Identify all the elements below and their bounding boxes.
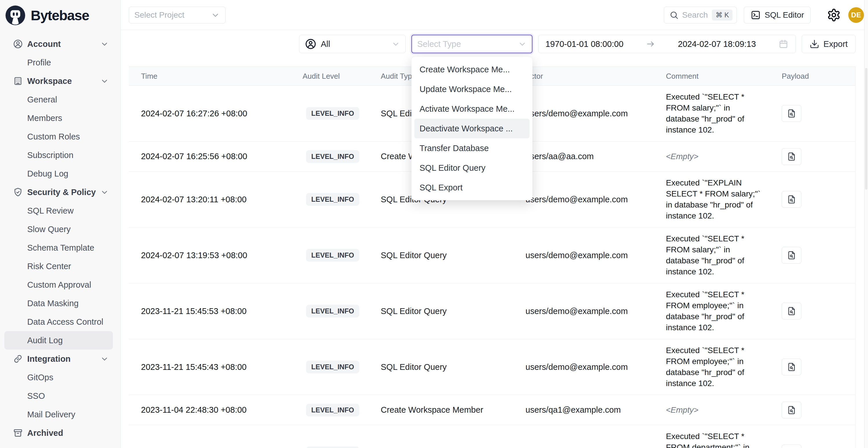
row-actor: users/qa1@example.com: [526, 405, 666, 415]
sidebar-section-account[interactable]: Account: [0, 35, 120, 53]
row-audit-type: SQL Editor Query: [381, 307, 526, 316]
user-avatar[interactable]: DE: [848, 7, 864, 23]
file-search-icon: [787, 306, 797, 316]
row-time: 2023-11-21 15:45:43 +08:00: [129, 362, 303, 372]
row-audit-level: LEVEL_INFO: [303, 193, 381, 206]
row-comment: <Empty>: [666, 151, 764, 162]
type-option-deactivate-workspace[interactable]: Deactivate Workspace ...: [414, 119, 530, 138]
sidebar-section-integration[interactable]: Integration: [0, 350, 120, 368]
sidebar-section-label: Account: [27, 39, 61, 49]
sidebar-item-custom-roles[interactable]: Custom Roles: [0, 127, 120, 146]
row-comment: <Empty>: [666, 405, 764, 416]
row-audit-type: SQL Editor Query: [381, 362, 526, 372]
search-label: Search: [682, 10, 708, 20]
payload-view-button[interactable]: [782, 445, 801, 448]
shield-check-icon: [13, 187, 23, 197]
payload-view-button[interactable]: [782, 191, 801, 208]
sidebar-item-custom-approval[interactable]: Custom Approval: [0, 276, 120, 294]
export-button[interactable]: Export: [802, 35, 856, 53]
row-comment: Executed `"SELECT * FROM employee;"` in …: [666, 345, 764, 389]
payload-view-button[interactable]: [782, 402, 801, 418]
audit-log-row: 2023-11-04 21:26:34 +08:00LEVEL_INFOSQL …: [129, 425, 855, 448]
type-filter-select[interactable]: Select Type: [411, 35, 532, 53]
settings-gear-icon[interactable]: [827, 8, 841, 22]
search-icon: [670, 10, 679, 20]
chevron-down-icon: [100, 77, 109, 85]
file-search-icon: [787, 362, 797, 372]
payload-view-button[interactable]: [782, 247, 801, 264]
topbar: Select Project Search ⌘ K SQL Editor DE: [121, 0, 868, 30]
date-range-picker[interactable]: 1970-01-01 08:00:00 2024-02-07 18:09:13: [538, 35, 796, 53]
scrollbar-thumb[interactable]: [865, 68, 867, 190]
sidebar-item-subscription[interactable]: Subscription: [0, 146, 120, 164]
sidebar-section-label: Security & Policy: [27, 188, 96, 197]
download-icon: [809, 39, 819, 49]
sidebar-item-slow-query[interactable]: Slow Query: [0, 220, 120, 238]
type-filter-placeholder: Select Type: [417, 39, 461, 49]
payload-view-button[interactable]: [782, 359, 801, 375]
search-shortcut-badge: ⌘ K: [712, 9, 733, 21]
main-area: Select Project Search ⌘ K SQL Editor DE …: [121, 0, 868, 448]
chevron-down-icon: [100, 188, 109, 196]
column-header-time: Time: [129, 72, 303, 81]
type-option-activate-workspace-me[interactable]: Activate Workspace Me...: [414, 99, 530, 119]
sidebar-section-label: Integration: [27, 354, 71, 364]
level-badge: LEVEL_INFO: [306, 447, 359, 448]
gear-icon: [827, 8, 841, 22]
sidebar-item-schema-template[interactable]: Schema Template: [0, 238, 120, 257]
file-search-icon: [787, 250, 797, 260]
type-option-create-workspace-me[interactable]: Create Workspace Me...: [414, 60, 530, 79]
actor-filter-value: All: [321, 39, 330, 49]
level-badge: LEVEL_INFO: [306, 193, 359, 206]
row-comment: Executed `"SELECT * FROM salary;"` in da…: [666, 91, 764, 135]
scrollbar-track[interactable]: [864, 0, 868, 448]
payload-view-button[interactable]: [782, 148, 801, 165]
payload-view-button[interactable]: [782, 303, 801, 320]
column-header-comment: Comment: [666, 72, 782, 81]
sidebar-item-gitops[interactable]: GitOps: [0, 368, 120, 387]
brand-name: Bytebase: [31, 7, 89, 24]
sidebar-item-sso[interactable]: SSO: [0, 387, 120, 405]
column-header-audit-level: Audit Level: [303, 72, 381, 81]
sidebar-item-sql-review[interactable]: SQL Review: [0, 201, 120, 220]
row-comment: Executed `"SELECT * FROM salary;"` in da…: [666, 233, 764, 277]
chevron-down-icon: [518, 40, 527, 48]
payload-view-button[interactable]: [782, 105, 801, 122]
row-audit-level: LEVEL_INFO: [303, 404, 381, 416]
row-time: 2024-02-07 16:25:56 +08:00: [129, 152, 303, 161]
bytebase-logo-icon: [5, 5, 26, 26]
column-header-actor: Actor: [526, 72, 666, 81]
type-filter-dropdown: Create Workspace Me...Update Workspace M…: [411, 57, 532, 200]
sidebar-section-archived[interactable]: Archived: [0, 424, 120, 442]
sidebar-section-security-policy[interactable]: Security & Policy: [0, 183, 120, 201]
chevron-down-icon: [392, 40, 400, 48]
sidebar-item-audit-log[interactable]: Audit Log: [4, 331, 113, 350]
type-option-sql-export[interactable]: SQL Export: [414, 178, 530, 197]
actor-filter-select[interactable]: All: [299, 35, 406, 53]
type-option-update-workspace-me[interactable]: Update Workspace Me...: [414, 79, 530, 99]
type-option-transfer-database[interactable]: Transfer Database: [414, 138, 530, 158]
sidebar-section-workspace[interactable]: Workspace: [0, 72, 120, 90]
sidebar-item-mail-delivery[interactable]: Mail Delivery: [0, 405, 120, 424]
sidebar-item-debug-log[interactable]: Debug Log: [0, 164, 120, 183]
sidebar-item-members[interactable]: Members: [0, 109, 120, 127]
sidebar-item-profile[interactable]: Profile: [0, 53, 120, 72]
row-comment: Executed `"SELECT * FROM department;"` i…: [666, 431, 764, 448]
sidebar-item-data-access-control[interactable]: Data Access Control: [0, 313, 120, 331]
row-audit-level: LEVEL_INFO: [303, 305, 381, 318]
sidebar-item-data-masking[interactable]: Data Masking: [0, 294, 120, 313]
row-audit-level: LEVEL_INFO: [303, 447, 381, 448]
row-time: 2024-02-07 13:19:53 +08:00: [129, 251, 303, 260]
row-actor: users/aa@aa.com: [526, 152, 666, 161]
sidebar-item-risk-center[interactable]: Risk Center: [0, 257, 120, 276]
search-button[interactable]: Search ⌘ K: [664, 7, 737, 24]
sidebar-item-general[interactable]: General: [0, 90, 120, 109]
level-badge: LEVEL_INFO: [306, 361, 359, 373]
type-option-sql-editor-query[interactable]: SQL Editor Query: [414, 158, 530, 178]
column-header-payload: Payload: [782, 72, 856, 81]
row-audit-level: LEVEL_INFO: [303, 361, 381, 373]
date-from-value: 1970-01-01 08:00:00: [546, 39, 623, 49]
brand-logo[interactable]: Bytebase: [0, 0, 120, 28]
project-select[interactable]: Select Project: [129, 7, 225, 24]
sql-editor-button[interactable]: SQL Editor: [744, 7, 811, 24]
